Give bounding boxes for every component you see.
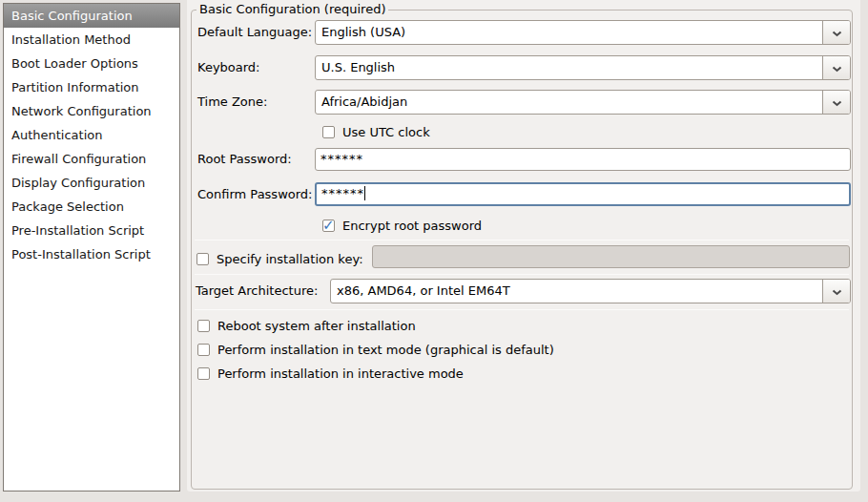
- sidebar-item-display-configuration[interactable]: Display Configuration: [4, 171, 179, 195]
- sidebar-item-authentication[interactable]: Authentication: [4, 123, 179, 147]
- sidebar-item-firewall-configuration[interactable]: Firewall Configuration: [4, 147, 179, 171]
- time-zone-dropdown-button[interactable]: [822, 91, 850, 114]
- sidebar-item-network-configuration[interactable]: Network Configuration: [4, 99, 179, 123]
- default-language-select[interactable]: English (USA): [315, 20, 851, 45]
- installation-key-field: [372, 245, 850, 268]
- keyboard-value: U.S. English: [316, 56, 822, 79]
- target-architecture-value: x86, AMD64, or Intel EM64T: [331, 280, 822, 303]
- encrypt-password-label: Encrypt root password: [342, 219, 482, 233]
- text-mode-checkbox[interactable]: [197, 344, 210, 356]
- default-language-dropdown-button[interactable]: [822, 21, 850, 44]
- target-architecture-select[interactable]: x86, AMD64, or Intel EM64T: [330, 279, 851, 303]
- interactive-mode-checkbox[interactable]: [197, 367, 210, 380]
- root-password-value: ******: [320, 152, 363, 166]
- sidebar-item-basic-configuration[interactable]: Basic Configuration: [4, 4, 179, 28]
- installation-key-checkbox-row[interactable]: Specify installation key:: [196, 251, 363, 266]
- interactive-mode-checkbox-row[interactable]: Perform installation in interactive mode: [197, 366, 464, 381]
- root-password-label: Root Password:: [197, 148, 292, 171]
- utc-clock-checkbox[interactable]: [322, 126, 335, 138]
- utc-clock-checkbox-row[interactable]: Use UTC clock: [322, 124, 430, 139]
- default-language-label: Default Language:: [197, 20, 312, 45]
- frame-title: Basic Configuration (required): [196, 1, 388, 18]
- sidebar-item-post-installation-script[interactable]: Post-Installation Script: [4, 242, 179, 266]
- sidebar-item-partition-information[interactable]: Partition Information: [4, 75, 179, 99]
- default-language-value: English (USA): [316, 21, 822, 44]
- keyboard-select[interactable]: U.S. English: [315, 55, 851, 80]
- sidebar-item-package-selection[interactable]: Package Selection: [4, 195, 179, 219]
- time-zone-select[interactable]: Africa/Abidjan: [315, 90, 851, 115]
- target-architecture-dropdown-button[interactable]: [822, 280, 850, 303]
- interactive-mode-label: Perform installation in interactive mode: [217, 366, 464, 381]
- installation-key-checkbox[interactable]: [196, 253, 209, 265]
- encrypt-password-checkbox[interactable]: [322, 220, 335, 232]
- sidebar-item-installation-method[interactable]: Installation Method: [4, 28, 179, 52]
- time-zone-label: Time Zone:: [197, 90, 267, 115]
- separator: [195, 240, 849, 241]
- keyboard-label: Keyboard:: [197, 55, 260, 80]
- chevron-down-icon: [832, 61, 842, 75]
- reboot-label: Reboot system after installation: [217, 319, 416, 333]
- utc-clock-label: Use UTC clock: [342, 125, 430, 139]
- chevron-down-icon: [832, 95, 842, 110]
- reboot-checkbox[interactable]: [197, 320, 210, 332]
- time-zone-value: Africa/Abidjan: [316, 91, 822, 114]
- encrypt-password-checkbox-row[interactable]: Encrypt root password: [322, 218, 482, 233]
- sidebar-item-pre-installation-script[interactable]: Pre-Installation Script: [4, 219, 179, 242]
- chevron-down-icon: [832, 26, 842, 40]
- target-architecture-label: Target Architecture:: [196, 279, 318, 303]
- text-cursor: [364, 186, 365, 200]
- root-password-field[interactable]: ******: [315, 148, 851, 171]
- category-list: Basic Configuration Installation Method …: [3, 3, 180, 492]
- text-mode-label: Perform installation in text mode (graph…: [217, 343, 554, 357]
- separator: [195, 274, 849, 275]
- chevron-down-icon: [832, 284, 842, 299]
- confirm-password-field[interactable]: ******: [315, 182, 851, 206]
- installation-key-label: Specify installation key:: [217, 252, 363, 266]
- confirm-password-label: Confirm Password:: [197, 182, 312, 206]
- confirm-password-value: ******: [321, 186, 364, 200]
- keyboard-dropdown-button[interactable]: [822, 56, 850, 79]
- sidebar-item-boot-loader-options[interactable]: Boot Loader Options: [4, 52, 179, 75]
- reboot-checkbox-row[interactable]: Reboot system after installation: [197, 318, 416, 333]
- text-mode-checkbox-row[interactable]: Perform installation in text mode (graph…: [197, 342, 554, 357]
- basic-configuration-frame: Basic Configuration (required) Default L…: [191, 10, 853, 490]
- basic-configuration-page: Basic Configuration (required) Default L…: [187, 0, 860, 492]
- separator: [195, 309, 849, 310]
